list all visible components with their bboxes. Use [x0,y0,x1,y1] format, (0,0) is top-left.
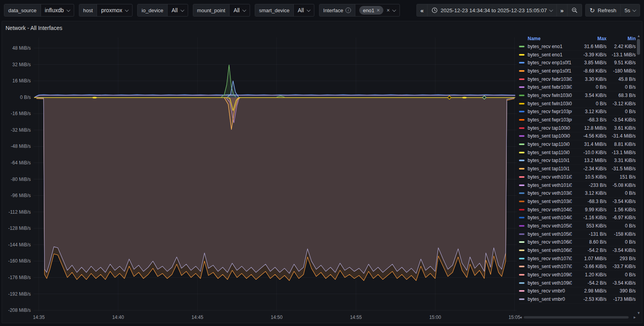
legend-row[interactable]: bytes_recv enp1s0f13.85 MiB/s9.51 KiB/s [519,59,636,67]
legend-row[interactable]: bytes_sent veth101i0-233 B/s-5.08 KiB/s [519,181,636,190]
series-name[interactable]: bytes_sent tap100i0 [528,133,570,139]
legend-row[interactable]: bytes_sent enp1s0f1-8.68 KiB/s-180 MiB/s [519,67,636,75]
series-name[interactable]: bytes_recv veth103i0 [528,190,572,196]
legend-row[interactable]: bytes_sent eno1-3.39 KiB/s-13.1 MiB/s [519,51,636,59]
legend-row[interactable]: bytes_sent veth109i0-54.2 B/s-3.54 KiB/s [519,279,636,287]
variable-interface[interactable]: Interfaceieno1×× [319,4,400,17]
variable-mount_point[interactable]: mount_pointAll [193,4,250,17]
legend-row[interactable]: bytes_sent veth105i0-131 B/s-158 KiB/s [519,230,636,238]
series-name[interactable]: bytes_recv tap110i0 [528,142,570,147]
zoom-out-button[interactable] [567,4,582,16]
legend-horizontal-scrollbar[interactable]: ◄ ► [519,315,637,319]
scroll-right-icon[interactable]: ► [633,316,637,319]
variable-value[interactable]: All [294,4,314,16]
legend-row[interactable]: bytes_recv fwln103i03.54 KiB/s68.3 B/s [519,91,636,100]
series-name[interactable]: bytes_recv enp1s0f1 [528,60,571,65]
info-icon[interactable]: i [345,7,351,13]
series-name[interactable]: bytes_sent eno1 [528,52,562,58]
selected-chip[interactable]: eno1× [359,6,383,15]
variable-data_source[interactable]: data_sourceinfluxdb [4,4,74,17]
panel-title[interactable]: Network - All Interfaces [6,25,62,31]
legend-row[interactable]: bytes_sent veth103i0-68.3 B/s-3.54 KiB/s [519,197,636,206]
legend-row[interactable]: bytes_sent veth107i0-3.66 KiB/s-33.7 KiB… [519,263,636,271]
series-name[interactable]: bytes_recv veth101i0 [528,174,572,180]
series-name[interactable]: bytes_sent tap110i1 [528,166,570,171]
series-name[interactable]: bytes_recv veth106i0 [528,239,572,245]
legend-row[interactable]: bytes_recv vmbr02.98 MiB/s390 B/s [519,287,636,296]
legend-row[interactable]: bytes_sent tap110i1-2.34 KiB/s-31.5 MiB/… [519,165,636,173]
legend-row[interactable]: bytes_recv eno131.6 MiB/s2.42 KiB/s [519,43,636,51]
series-min-value: -13.1 MiB/s [607,150,636,155]
legend-row[interactable]: bytes_recv tap110i113.2 MiB/s3.31 KiB/s [519,157,636,165]
legend-row[interactable]: bytes_recv fwbr103i03.30 KiB/s45.8 B/s [519,75,636,84]
series-name[interactable]: bytes_recv tap100i0 [528,125,570,131]
legend-row[interactable]: bytes_sent vmbr0-2.53 KiB/s-173 MiB/s [519,295,636,304]
series-name[interactable]: bytes_sent veth106i0 [528,248,572,253]
legend-row[interactable]: bytes_recv veth103i03.12 KiB/s0 B/s [519,189,636,197]
scroll-up-icon[interactable]: ▲ [637,34,640,38]
legend-row[interactable]: bytes_recv fwpr103p03.12 KiB/s0 B/s [519,108,636,116]
legend-row[interactable]: bytes_recv veth101i010.5 KiB/s151 B/s [519,173,636,181]
series-name[interactable]: bytes_sent veth105i0 [528,231,572,237]
scroll-left-icon[interactable]: ◄ [519,316,523,319]
variable-smart_device[interactable]: smart_deviceAll [255,4,314,17]
series-name[interactable]: bytes_recv eno1 [528,44,562,49]
legend-row[interactable]: bytes_recv tap100i012.8 MiB/s3.61 KiB/s [519,124,636,132]
legend-header-min[interactable]: Min [607,36,636,41]
variable-value[interactable]: proxmox [97,4,132,16]
close-icon[interactable]: × [377,7,380,13]
variable-value[interactable]: All [168,4,188,16]
legend-header-max[interactable]: Max [572,36,607,41]
series-name[interactable]: bytes_sent veth109i0 [528,280,572,286]
series-name[interactable]: bytes_recv fwbr103i0 [528,76,572,82]
clear-icon[interactable]: × [386,7,390,13]
legend-row[interactable]: bytes_recv veth107i01.07 MiB/s293 B/s [519,255,636,263]
legend-row[interactable]: bytes_recv veth105i0553 KiB/s0 B/s [519,222,636,230]
legend-row[interactable]: bytes_sent fwpr103p0-68.3 B/s-3.54 KiB/s [519,116,636,124]
series-name[interactable]: bytes_sent fwbr103i0 [528,84,572,90]
series-name[interactable]: bytes_sent fwln103i0 [528,101,572,106]
legend-row[interactable]: bytes_recv tap110i031.4 MiB/s8.81 KiB/s [519,140,636,149]
series-name[interactable]: bytes_recv veth109i0 [528,272,572,278]
legend-row[interactable]: bytes_sent tap110i0-10.0 KiB/s-13.1 MiB/… [519,149,636,157]
variable-value[interactable]: influxdb [41,4,74,16]
legend-vertical-scrollbar[interactable]: ▲ ▼ [637,34,640,315]
variable-io_device[interactable]: io_deviceAll [137,4,188,17]
scroll-down-icon[interactable]: ▼ [637,311,640,315]
legend-row[interactable]: bytes_recv veth109i01.20 KiB/s0 B/s [519,271,636,279]
variable-host[interactable]: hostproxmox [79,4,133,17]
series-name[interactable]: bytes_recv vmbr0 [528,288,565,294]
time-shift-forward-button[interactable]: » [557,4,567,16]
vertical-scroll-thumb[interactable] [637,39,640,55]
legend-row[interactable]: bytes_sent fwbr103i00 B/s0 B/s [519,83,636,91]
series-name[interactable]: bytes_sent veth103i0 [528,199,572,204]
refresh-interval-button[interactable]: 5s [621,4,640,16]
series-name[interactable]: bytes_sent fwpr103p0 [528,117,572,123]
variable-value[interactable]: eno1×× [355,4,399,16]
legend-name-cell: bytes_recv eno1 [519,44,572,49]
legend-row[interactable]: bytes_sent tap100i0-4.56 KiB/s-31.4 MiB/… [519,132,636,141]
legend-row[interactable]: bytes_sent veth106i0-54.2 B/s-3.54 KiB/s [519,246,636,255]
time-range-picker[interactable]: 2025-12-23 14:34:34 to 2025-12-23 15:05:… [427,4,556,16]
series-name[interactable]: bytes_sent vmbr0 [528,296,565,302]
series-name[interactable]: bytes_sent enp1s0f1 [528,68,571,74]
legend-header-name[interactable]: Name [519,36,572,41]
series-name[interactable]: bytes_recv veth105i0 [528,223,572,229]
series-name[interactable]: bytes_sent veth107i0 [528,264,572,269]
legend-row[interactable]: bytes_recv veth104i09.99 KiB/s1.56 KiB/s [519,206,636,214]
legend-row[interactable]: bytes_sent veth104i0-1.16 KiB/s-6.97 KiB… [519,214,636,222]
series-name[interactable]: bytes_recv fwln103i0 [528,93,572,98]
variable-value[interactable]: All [230,4,250,16]
series-name[interactable]: bytes_recv veth104i0 [528,207,572,212]
series-name[interactable]: bytes_recv fwpr103p0 [528,109,572,114]
refresh-button[interactable]: ↻ Refresh [586,4,621,16]
horizontal-scroll-thumb[interactable] [524,316,629,319]
series-name[interactable]: bytes_sent tap110i0 [528,150,570,155]
series-name[interactable]: bytes_sent veth104i0 [528,215,572,220]
series-name[interactable]: bytes_recv veth107i0 [528,256,572,261]
legend-row[interactable]: bytes_sent fwln103i00 B/s-3.12 KiB/s [519,100,636,108]
time-shift-back-button[interactable]: « [417,4,427,16]
series-name[interactable]: bytes_sent veth101i0 [528,183,572,188]
legend-row[interactable]: bytes_recv veth106i08.60 B/s0 B/s [519,238,636,247]
series-name[interactable]: bytes_recv tap110i1 [528,158,570,163]
